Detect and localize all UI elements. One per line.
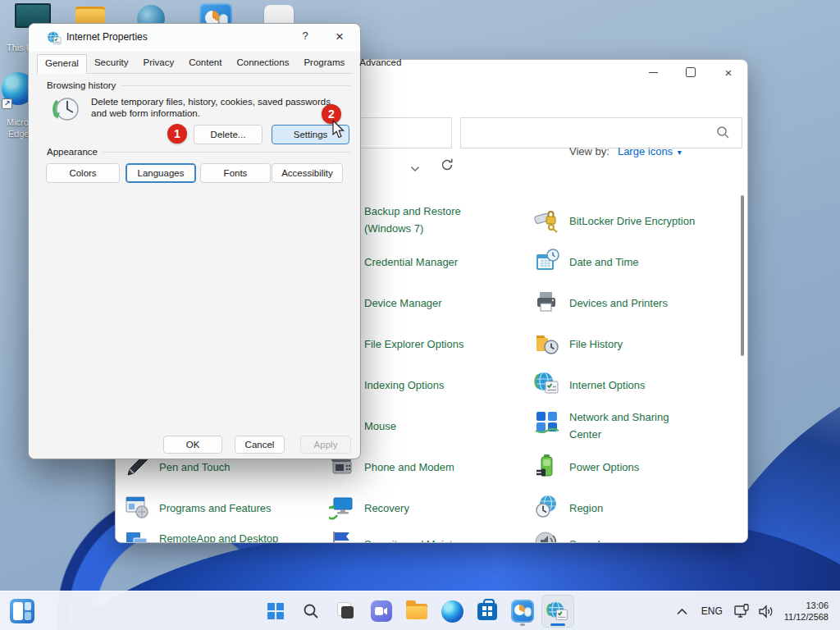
- edge-label-line1: Microsoft: [7, 117, 28, 127]
- cp-item-backup-restore[interactable]: Backup and Restore (Windows 7): [364, 203, 520, 237]
- widgets-icon[interactable]: [10, 599, 34, 623]
- internet-options-icon: [546, 600, 569, 623]
- search-icon: [303, 603, 319, 619]
- edge-button[interactable]: [436, 595, 468, 628]
- minimize-button[interactable]: [634, 60, 672, 84]
- mouse-cursor: [332, 120, 345, 139]
- sound-icon: [534, 529, 560, 543]
- search-icon: [716, 126, 730, 143]
- clock[interactable]: 13:06 11/12/2568: [784, 600, 829, 623]
- ok-button[interactable]: OK: [163, 436, 222, 454]
- bitlocker-icon: [534, 207, 560, 233]
- printer-icon: [534, 289, 560, 315]
- refresh-icon[interactable]: [440, 158, 454, 176]
- internet-options-taskbar-button[interactable]: [541, 595, 574, 628]
- scrollbar-thumb[interactable]: [741, 195, 744, 356]
- tray-chevron-icon[interactable]: [676, 608, 688, 615]
- colors-button[interactable]: Colors: [46, 163, 120, 183]
- internet-properties-dialog: Internet Properties ? × General Security…: [28, 23, 361, 459]
- cp-item-security-maintenance[interactable]: Security and Maintenance: [364, 536, 520, 543]
- start-button[interactable]: [259, 595, 292, 628]
- accessibility-button[interactable]: Accessibility: [272, 163, 343, 183]
- tab-privacy[interactable]: Privacy: [135, 54, 181, 74]
- search-button[interactable]: [294, 595, 327, 628]
- cp-item-sound[interactable]: Sound: [569, 536, 725, 543]
- cp-item-power-options[interactable]: Power Options: [569, 459, 725, 476]
- chat-icon: [371, 600, 392, 622]
- browsing-history-label: Browsing history: [47, 80, 116, 90]
- file-explorer-icon: [406, 604, 427, 619]
- chat-button[interactable]: [365, 595, 398, 628]
- language-indicator[interactable]: ENG: [701, 605, 723, 617]
- view-by-dropdown[interactable]: Large icons: [618, 145, 673, 158]
- browsing-history-desc-2: and web form information.: [91, 107, 333, 119]
- cp-item-devices-printers[interactable]: Devices and Printers: [569, 294, 725, 312]
- cp-item-internet-options[interactable]: Internet Options: [569, 377, 725, 394]
- cp-item-recovery[interactable]: Recovery: [364, 500, 520, 517]
- task-view-button[interactable]: [330, 595, 363, 628]
- desktop: This PC ↗ Microsoft Edge ×: [0, 0, 840, 630]
- delete-button[interactable]: Delete...: [194, 125, 262, 144]
- languages-button[interactable]: Languages: [126, 163, 196, 183]
- maximize-button[interactable]: [672, 60, 710, 84]
- internet-options-icon: [534, 371, 560, 397]
- scrollbar[interactable]: [739, 132, 745, 543]
- cp-item-credential-manager[interactable]: Credential Manager: [364, 253, 520, 271]
- edge-icon: [441, 600, 463, 623]
- help-button[interactable]: ?: [296, 30, 314, 42]
- cp-item-programs-features[interactable]: Programs and Features: [159, 500, 315, 517]
- tray-time: 13:06: [784, 600, 829, 611]
- dialog-close-button[interactable]: ×: [327, 27, 352, 47]
- volume-tray-icon[interactable]: [758, 605, 774, 619]
- date-time-icon: [534, 248, 560, 274]
- group-divider: [103, 152, 350, 153]
- cp-item-file-explorer-options[interactable]: File Explorer Options: [364, 336, 520, 353]
- internet-properties-icon: [47, 30, 62, 46]
- close-button[interactable]: ×: [710, 60, 747, 84]
- cp-item-pen-touch[interactable]: Pen and Touch: [159, 459, 315, 476]
- chevron-down-icon[interactable]: [410, 161, 420, 176]
- network-icon: [534, 409, 560, 435]
- search-input[interactable]: [460, 117, 742, 148]
- cp-item-file-history[interactable]: File History: [569, 336, 725, 353]
- annotation-step-1: 1: [167, 124, 187, 144]
- cp-item-bitlocker[interactable]: BitLocker Drive Encryption: [569, 212, 725, 230]
- store-button[interactable]: [471, 595, 504, 628]
- tab-security[interactable]: Security: [87, 54, 136, 74]
- close-icon: ×: [725, 66, 733, 79]
- active-window-indicator: [550, 623, 565, 626]
- tray-date: 11/12/2568: [784, 611, 829, 623]
- view-by-label: View by:: [569, 145, 609, 158]
- dialog-title-bar: Internet Properties ? ×: [29, 24, 360, 52]
- dialog-title: Internet Properties: [66, 31, 148, 43]
- cp-item-device-manager[interactable]: Device Manager: [364, 294, 520, 312]
- windows-logo-icon: [267, 603, 284, 619]
- tab-programs[interactable]: Programs: [296, 54, 352, 74]
- cp-item-network-sharing[interactable]: Network and Sharing Center: [569, 409, 725, 443]
- cp-item-region[interactable]: Region: [569, 500, 725, 517]
- tab-connections[interactable]: Connections: [229, 54, 296, 74]
- cp-item-date-time[interactable]: Date and Time: [569, 253, 725, 271]
- file-history-icon: [534, 330, 560, 356]
- file-explorer-button[interactable]: [400, 595, 433, 628]
- security-flag-icon: [329, 529, 355, 543]
- fonts-button[interactable]: Fonts: [200, 163, 271, 183]
- browsing-history-icon: [50, 93, 83, 126]
- this-pc-label: This PC: [7, 43, 28, 52]
- taskbar: ENG 13:06 11/12/2568: [0, 591, 840, 630]
- tab-general[interactable]: General: [37, 54, 87, 74]
- tab-advanced[interactable]: Advanced: [352, 54, 409, 74]
- control-panel-icon: [511, 600, 534, 623]
- recovery-icon: [329, 494, 355, 520]
- programs-features-icon: [124, 494, 150, 520]
- cp-item-phone-modem[interactable]: Phone and Modem: [364, 459, 520, 476]
- tab-content[interactable]: Content: [181, 54, 229, 74]
- view-by-caret-icon[interactable]: ▾: [678, 148, 682, 157]
- control-panel-taskbar-button[interactable]: [506, 595, 539, 628]
- cp-item-indexing-options[interactable]: Indexing Options: [364, 377, 520, 394]
- apply-button[interactable]: Apply: [300, 436, 351, 454]
- cancel-button[interactable]: Cancel: [235, 436, 285, 454]
- cp-item-mouse[interactable]: Mouse: [364, 418, 520, 435]
- cp-item-remoteapp[interactable]: RemoteApp and Desktop Connections: [159, 530, 315, 543]
- network-tray-icon[interactable]: [734, 604, 751, 619]
